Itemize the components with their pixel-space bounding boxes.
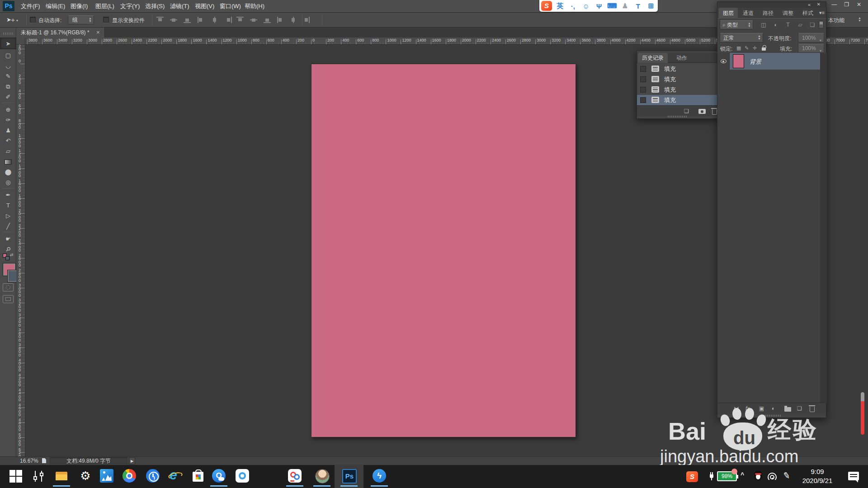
panel-menu-icon[interactable]: ▾≡ [819, 10, 825, 16]
menu-item-9[interactable]: 帮助(H) [240, 0, 269, 13]
align-right-icon[interactable] [225, 17, 232, 23]
new-doc-from-state-icon[interactable]: ❏ [684, 108, 689, 114]
taskbar-clock-app[interactable] [142, 465, 164, 487]
hidden-icons-arrow[interactable]: ^ [741, 471, 744, 479]
new-group-icon[interactable] [784, 407, 791, 412]
panel-resize-grip[interactable] [668, 116, 688, 117]
marquee-tool[interactable]: ▢ [0, 51, 16, 61]
filter-type-dropdown[interactable]: ▲▼ ⌕ 类型 [720, 20, 753, 29]
tray-clock[interactable]: 9:09 2020/9/21 [797, 467, 838, 485]
taskbar-start[interactable] [5, 465, 26, 487]
minimize-button[interactable]: — [829, 1, 840, 8]
align-bottom-icon[interactable] [184, 17, 191, 23]
clone-stamp-tool[interactable]: ♟ [0, 126, 16, 136]
dodge-tool[interactable]: ◎ [0, 178, 16, 188]
move-tool[interactable]: ➤ [0, 38, 16, 49]
lock-transparency-icon[interactable]: ▦ [736, 45, 741, 51]
history-state-row[interactable]: 填充 [637, 64, 719, 74]
punctuation-icon[interactable]: ·, [568, 2, 578, 10]
taskbar-avatar-app[interactable] [311, 465, 333, 487]
menu-item-3[interactable]: 图层(L) [91, 0, 119, 13]
taskbar-photos[interactable] [96, 465, 118, 487]
vertical-ruler[interactable]: 2 0 002 0 04 0 06 0 08 0 01 0 0 01 2 0 0… [16, 45, 25, 456]
adjustment-layer-icon[interactable]: ◐ [772, 405, 775, 412]
fill-field[interactable]: ▾ 100% [798, 44, 824, 53]
line-tool[interactable]: ╱ [0, 221, 16, 231]
taskbar-lightning-browser[interactable]: ϟ [368, 465, 390, 487]
workspace-selector[interactable]: 本功能 [828, 17, 844, 24]
panel-scroll-gutter[interactable] [820, 53, 827, 403]
taskbar-settings[interactable]: ⚙ [75, 465, 96, 487]
align-left-icon[interactable] [198, 17, 205, 23]
history-state-checkbox[interactable] [640, 76, 646, 82]
taskbar-internet-explorer[interactable]: e [165, 465, 186, 487]
taskbar-photoshop[interactable]: Ps [338, 465, 360, 487]
tab-styles[interactable]: 样式 [798, 8, 817, 19]
tab-actions[interactable]: 动作 [672, 53, 691, 63]
lock-pixels-icon[interactable]: ✎ [745, 45, 749, 51]
align-hcenter-icon[interactable] [211, 17, 218, 23]
taskbar-qq-browser[interactable]: Q [208, 465, 230, 487]
eyedropper-tool[interactable]: ✐ [0, 92, 16, 102]
delete-state-icon[interactable] [712, 109, 717, 115]
dist-left-icon[interactable] [277, 17, 284, 23]
shirt-icon[interactable]: T [633, 2, 643, 10]
add-mask-icon[interactable]: ▣ [759, 405, 764, 412]
gradient-tool[interactable] [0, 157, 16, 167]
new-layer-icon[interactable]: ❏ [797, 405, 802, 412]
history-state-row[interactable]: 填充 [637, 74, 719, 84]
type-filter-icon[interactable]: T [783, 21, 793, 29]
quick-mask-button[interactable] [3, 283, 14, 291]
taskbar-baidu-netdisk[interactable] [284, 465, 306, 487]
blur-tool[interactable]: ⬤ [0, 167, 16, 177]
taskbar-task-view[interactable] [28, 465, 50, 487]
lang-indicator[interactable]: 英 [555, 2, 565, 10]
show-transform-checkbox[interactable] [103, 17, 109, 23]
tab-close-icon[interactable]: × [96, 29, 100, 36]
taskbar-white-app[interactable] [231, 465, 253, 487]
brush-tool[interactable]: ✑ [0, 115, 16, 125]
voice-icon[interactable]: Ψ [594, 2, 604, 10]
tab-adjustments[interactable]: 调整 [778, 8, 797, 19]
wifi-icon[interactable] [768, 472, 778, 480]
type-tool[interactable]: T [0, 201, 16, 211]
smart-filter-icon[interactable]: ❏ [807, 21, 818, 29]
history-state-checkbox[interactable] [640, 87, 646, 93]
menu-item-1[interactable]: 编辑(E) [41, 0, 70, 13]
skin-icon[interactable]: ♟ [620, 2, 630, 10]
dist-top-icon[interactable] [236, 17, 244, 23]
blend-mode-dropdown[interactable]: ▲▼ 正常 [720, 33, 763, 42]
move-tool-icon[interactable]: ➤✛ ▾ [6, 16, 18, 23]
pen-input-icon[interactable]: ✎ [782, 470, 791, 481]
menu-item-6[interactable]: 滤镜(T) [165, 0, 194, 13]
history-brush-tool[interactable]: ↶ [0, 136, 16, 146]
menu-item-0[interactable]: 文件(F) [16, 0, 45, 13]
swap-colors-icon[interactable]: ⇄ [10, 253, 14, 257]
filter-toggle-switch[interactable] [819, 21, 824, 28]
pixel-filter-icon[interactable]: ◫ [758, 21, 769, 29]
ruler-corner[interactable] [16, 38, 25, 45]
panel-resize-grip[interactable] [762, 415, 782, 417]
align-top-icon[interactable] [156, 17, 164, 23]
zoom-level-field[interactable]: 16.67% [20, 458, 38, 464]
ime-toolbar[interactable]: S 英·,☺Ψ⌨♟T⊞ [539, 0, 658, 12]
dist-vcenter-icon[interactable] [250, 17, 257, 23]
history-state-checkbox[interactable] [640, 66, 646, 72]
document-canvas[interactable] [311, 64, 576, 437]
history-state-row[interactable]: 填充 [637, 95, 719, 105]
lock-position-icon[interactable]: ✛ [753, 45, 757, 51]
document-tab[interactable]: 未标题-1 @ 16.7%(RGB/8) * × [16, 28, 105, 38]
toolbox-icon[interactable]: ⊞ [646, 2, 656, 10]
taskbar-chrome[interactable] [118, 465, 140, 487]
tray-sogou-icon[interactable]: S [686, 471, 698, 482]
status-menu-arrow[interactable]: ▶ [129, 457, 135, 465]
tab-channels[interactable]: 通道 [739, 8, 758, 19]
eraser-tool[interactable]: ▱ [0, 146, 16, 156]
menu-item-7[interactable]: 视图(V) [190, 0, 219, 13]
link-layers-icon[interactable]: ⧓ [734, 405, 739, 412]
opacity-field[interactable]: ▾ 100% [798, 33, 824, 42]
pen-tool[interactable]: ✒ [0, 190, 16, 200]
adjustment-filter-icon[interactable]: ◐ [770, 21, 781, 29]
shape-filter-icon[interactable]: ▱ [795, 21, 806, 29]
close-button[interactable]: ✕ [854, 1, 864, 8]
